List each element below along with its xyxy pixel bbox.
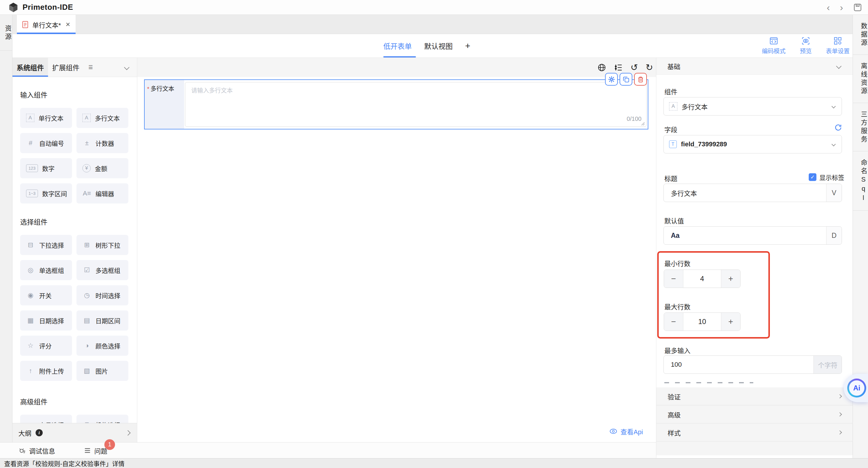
selected-field-multiline-text[interactable]: *多行文本 请输入多行文本 0/100 (144, 79, 648, 129)
component-item-单行文本[interactable]: A单行文本 (20, 108, 72, 128)
max-input-unit: 个字符 (813, 356, 842, 373)
save-icon[interactable] (853, 3, 862, 12)
plus-button[interactable]: + (721, 313, 740, 331)
component-item-附件上传[interactable]: ↑附件上传 (20, 361, 72, 381)
component-item-数字区间[interactable]: 1~3数字区间 (20, 183, 72, 203)
chevron-right-icon (838, 412, 842, 416)
tab-extension-components[interactable]: 扩展组件 (48, 58, 84, 77)
inspector-section-partial (656, 442, 852, 455)
field-select[interactable]: T field_73999289 (663, 135, 842, 154)
bottom-toolbar: 调试信息 问题 1 (0, 442, 656, 458)
component-item-开关[interactable]: ◉开关 (20, 285, 72, 305)
max-rows-label: 最大行数 (664, 302, 690, 311)
header-action-code-mode[interactable]: 编码模式 (762, 36, 785, 55)
component-item-数字[interactable]: 123数字 (20, 158, 72, 178)
view-tabs: 低开表单默认视图+ (383, 34, 470, 58)
field-copy-button[interactable] (620, 73, 632, 86)
copy-icon (623, 76, 630, 83)
view-api-link[interactable]: 查看Api (609, 427, 643, 436)
component-item-人员选择[interactable]: ○人员选择 (20, 415, 72, 423)
时间选择-icon: ◷ (83, 292, 91, 299)
component-select[interactable]: A 多行文本 (663, 97, 842, 115)
default-value-input[interactable]: Aa D (663, 226, 842, 245)
inspector-section-basic[interactable]: 基础 (656, 58, 852, 75)
component-item-日期选择[interactable]: ▦日期选择 (20, 310, 72, 331)
app-title: Primeton-IDE (23, 3, 73, 12)
title-variable-button[interactable]: V (826, 184, 842, 202)
view-api-label: 查看Api (620, 427, 643, 436)
file-tab-single-line-text[interactable]: 单行文本* × (17, 15, 75, 34)
right-rail-tab-三方服务[interactable]: 三方服务 (853, 103, 868, 152)
component-item-多行文本[interactable]: A多行文本 (76, 108, 128, 128)
inspector-section-验证[interactable]: 验证 (656, 388, 852, 405)
problems-button[interactable]: 问题 1 (84, 446, 107, 455)
component-item-图片[interactable]: ▧图片 (76, 361, 128, 381)
status-message[interactable]: 查看资源「校验规则-自定义校验事件」详情 (4, 459, 125, 468)
数字区间-icon: 1~3 (26, 190, 38, 197)
globe-icon[interactable] (597, 63, 606, 72)
component-item-评分[interactable]: ☆评分 (20, 336, 72, 356)
view-tab-低开表单[interactable]: 低开表单 (383, 41, 412, 51)
nav-back-icon[interactable]: ‹ (827, 3, 830, 12)
multiline-textarea[interactable]: 请输入多行文本 0/100 (185, 82, 647, 127)
component-item-下拉选择[interactable]: ⊟下拉选择 (20, 235, 72, 255)
inspector-section-label: 验证 (668, 392, 681, 401)
component-item-树形下拉[interactable]: ⊞树形下拉 (76, 235, 128, 255)
redo-icon[interactable]: ↻ (646, 63, 653, 72)
component-item-编辑器[interactable]: A≡编辑器 (76, 183, 128, 203)
nav-forward-icon[interactable]: › (840, 3, 843, 12)
title-input[interactable]: 多行文本 V (663, 183, 842, 202)
min-rows-value[interactable]: 4 (683, 270, 721, 288)
debug-info-button[interactable]: 调试信息 (19, 446, 55, 455)
component-item-单选框组[interactable]: ◎单选框组 (20, 260, 72, 280)
component-list: 输入组件A单行文本A多行文本#自动编号±计数器123数字¥金额1~3数字区间A≡… (12, 77, 137, 423)
field-delete-button[interactable] (634, 73, 647, 86)
金额-icon: ¥ (83, 164, 91, 172)
header-action-label: 表单设置 (826, 46, 849, 55)
inspector-section-样式[interactable]: 样式 (656, 424, 852, 442)
add-view-button[interactable]: + (465, 41, 470, 51)
default-value-d-button[interactable]: D (826, 227, 842, 244)
view-tab-默认视图[interactable]: 默认视图 (424, 41, 453, 51)
component-item-自动编号[interactable]: #自动编号 (20, 133, 72, 153)
component-item-label: 日期区间 (95, 316, 120, 325)
开关-icon: ◉ (26, 292, 35, 299)
header-action-preview[interactable]: 预览 (800, 36, 812, 55)
minus-button[interactable]: − (664, 313, 683, 331)
plus-button[interactable]: + (721, 270, 740, 288)
component-item-日期区间[interactable]: ▤日期区间 (76, 310, 128, 331)
outline-toggle[interactable]: 大纲 i (12, 423, 137, 442)
max-rows-value[interactable]: 10 (683, 313, 721, 331)
resize-handle[interactable] (640, 121, 645, 126)
max-input-field[interactable]: 100 个字符 (663, 356, 842, 374)
field-settings-button[interactable] (605, 73, 618, 86)
left-rail-tab-资源[interactable]: 资源 (0, 15, 12, 51)
undo-icon[interactable]: ↺ (630, 63, 638, 72)
field-action-buttons (605, 73, 647, 86)
component-item-金额[interactable]: ¥金额 (76, 158, 128, 178)
component-label: 组件 (664, 87, 677, 96)
show-label-checkbox[interactable]: ✓ 显示标签 (809, 173, 844, 181)
component-item-机构选择[interactable]: 品机构选择 (76, 415, 128, 423)
ai-ring: Ai (847, 378, 866, 398)
minus-button[interactable]: − (664, 270, 683, 288)
inspector-section-高级[interactable]: 高级 (656, 405, 852, 424)
form-canvas: ↺ ↻ *多行文本 请输入多行文本 0/100 (137, 58, 656, 442)
component-item-多选框组[interactable]: ☑多选框组 (76, 260, 128, 280)
header-action-form-settings[interactable]: 表单设置 (826, 36, 849, 55)
right-rail-tab-离线资源[interactable]: 离线资源 (853, 55, 868, 103)
right-rail-tab-命名Sql[interactable]: 命名Sql (853, 152, 868, 211)
tab-system-components[interactable]: 系统组件 (12, 58, 48, 77)
component-item-label: 图片 (95, 366, 108, 375)
close-icon[interactable]: × (66, 20, 70, 29)
list-view-icon[interactable]: ☰ (88, 64, 93, 70)
component-section-高级组件: 高级组件○人员选择品机构选择 (20, 396, 128, 423)
component-item-颜色选择[interactable]: ◑颜色选择 (76, 336, 128, 356)
component-item-计数器[interactable]: ±计数器 (76, 133, 128, 153)
component-item-时间选择[interactable]: ◷时间选择 (76, 285, 128, 305)
chevron-down-icon[interactable] (124, 65, 129, 70)
refresh-icon[interactable] (834, 124, 842, 132)
structure-settings-icon[interactable] (614, 63, 623, 72)
right-rail-tab-数据源[interactable]: 数据源 (853, 15, 868, 55)
min-rows-stepper: − 4 + (664, 270, 741, 288)
